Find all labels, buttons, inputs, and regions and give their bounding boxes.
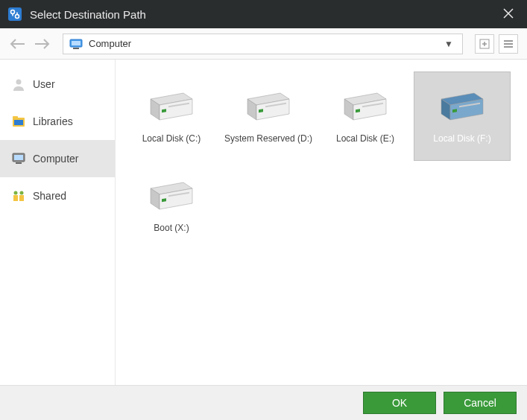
svg-rect-7 [504,40,513,42]
sidebar-item-label: Computer [33,153,78,165]
disk-item[interactable]: Local Disk (E:) [317,71,414,161]
view-mode-button[interactable] [499,34,518,54]
sidebar-item-label: Shared [33,190,66,202]
svg-rect-0 [8,7,22,21]
sidebar-item-label: Libraries [33,115,73,127]
svg-rect-4 [72,41,81,45]
close-button[interactable] [497,4,520,25]
svg-rect-18 [19,195,24,201]
disk-icon [437,89,487,126]
sidebar-item-libraries[interactable]: Libraries [0,103,115,140]
footer: OK Cancel [0,386,527,420]
disk-label: Boot (X:) [154,223,189,233]
disk-icon [243,89,294,126]
svg-rect-15 [14,155,23,160]
svg-rect-16 [16,162,22,164]
svg-rect-12 [13,116,18,118]
svg-rect-13 [14,120,23,125]
navbar: Computer ▼ [0,28,527,60]
sidebar-item-label: User [33,78,55,90]
cancel-button[interactable]: Cancel [444,392,517,414]
nav-buttons [475,34,518,54]
user-icon [12,77,25,91]
sidebar-item-shared[interactable]: Shared [0,177,115,214]
forward-button[interactable] [33,35,51,53]
disk-label: System Reserved (D:) [224,133,312,144]
titlebar: Select Destination Path [0,0,527,28]
sidebar: User Libraries Computer Shared [0,60,116,385]
sidebar-item-user[interactable]: User [0,66,115,103]
disk-label: Local Disk (C:) [142,133,201,144]
nav-arrows [9,35,51,53]
svg-rect-8 [504,43,513,45]
disk-icon [146,89,197,126]
new-folder-button[interactable] [475,34,494,54]
disk-item[interactable]: Boot (X:) [123,161,220,250]
disk-label: Local Disk (F:) [433,133,490,144]
content: User Libraries Computer Shared [0,60,527,386]
path-dropdown[interactable]: ▼ [441,39,456,49]
path-text: Computer [89,38,441,49]
computer-icon [69,39,83,49]
computer-icon [12,152,25,165]
svg-point-10 [16,80,22,85]
app-icon [7,7,22,22]
disk-icon [340,89,391,126]
ok-button[interactable]: OK [363,392,436,414]
svg-rect-9 [504,46,513,48]
svg-rect-5 [73,48,79,49]
libraries-icon [12,115,25,128]
disk-grid: Local Disk (C:) System Reserved (D:) Loc… [116,60,527,385]
back-button[interactable] [9,35,27,53]
path-bar[interactable]: Computer ▼ [63,34,463,54]
disk-item[interactable]: Local Disk (C:) [123,71,220,161]
window-title: Select Destination Path [30,8,497,21]
disk-item[interactable]: Local Disk (F:) [414,71,511,161]
disk-icon [146,178,197,215]
disk-item[interactable]: System Reserved (D:) [220,71,317,161]
svg-rect-17 [13,195,18,201]
svg-point-20 [20,191,24,195]
svg-point-19 [14,191,18,195]
shared-icon [12,189,25,203]
sidebar-item-computer[interactable]: Computer [0,140,115,177]
disk-label: Local Disk (E:) [336,133,394,144]
